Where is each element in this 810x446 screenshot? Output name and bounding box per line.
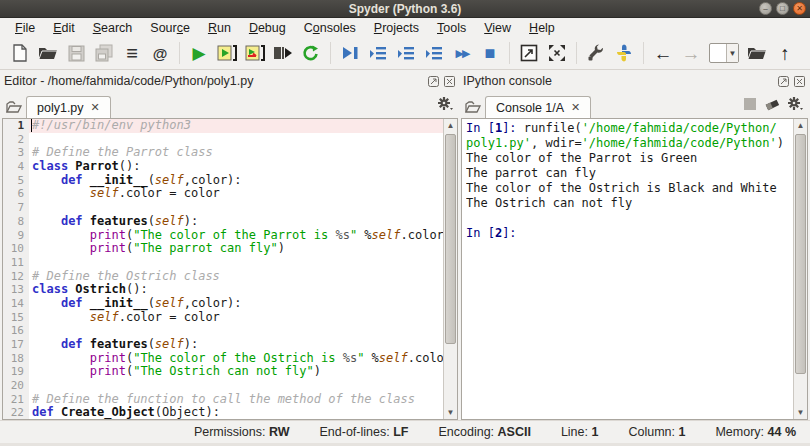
toolbar-separator	[573, 42, 580, 64]
run-selection-icon[interactable]	[270, 40, 296, 66]
menu-edit[interactable]: Edit	[44, 21, 84, 35]
menu-debug[interactable]: Debug	[240, 21, 295, 35]
console-tab-1a[interactable]: Console 1/A ✕	[485, 96, 591, 118]
menu-help[interactable]: Help	[520, 21, 564, 35]
code-line-9[interactable]: 9 print("The color of the Parrot is %s" …	[3, 229, 443, 243]
scroll-up-icon[interactable]: ▲	[794, 119, 807, 132]
code-line-12[interactable]: 12# Define the Ostrich class	[3, 270, 443, 284]
console-scrollbar[interactable]: ▲ ▼	[793, 119, 807, 419]
working-directory-combobox[interactable]: ▼	[706, 40, 742, 66]
run-file-icon[interactable]: ▶	[186, 40, 212, 66]
code-line-3[interactable]: 3# Define the Parrot class	[3, 146, 443, 160]
editor-tab-bar: poly1.py ✕	[2, 92, 458, 118]
fullscreen-icon[interactable]	[544, 40, 570, 66]
menu-file[interactable]: File	[6, 21, 44, 35]
rerun-last-icon[interactable]	[298, 40, 324, 66]
menu-source[interactable]: Source	[141, 21, 199, 35]
code-line-14[interactable]: 14 def __init__(self,color):	[3, 297, 443, 311]
console-content[interactable]: In [1]: runfile('/home/fahmida/code/Pyth…	[461, 118, 808, 420]
menu-view[interactable]: View	[475, 21, 520, 35]
menu-tools[interactable]: Tools	[428, 21, 475, 35]
clear-console-icon[interactable]	[764, 97, 780, 114]
menu-run[interactable]: Run	[199, 21, 240, 35]
code-line-1[interactable]: 1#!/usr/bin/env python3	[3, 119, 443, 133]
symbol-finder-icon[interactable]: @	[147, 40, 173, 66]
code-line-5[interactable]: 5 def __init__(self,color):	[3, 174, 443, 188]
close-pane-icon[interactable]	[793, 75, 806, 88]
code-line-4[interactable]: 4class Parrot():	[3, 160, 443, 174]
console-options-gear-icon[interactable]	[787, 96, 804, 114]
line-number: 2	[3, 133, 29, 147]
python-path-manager-icon[interactable]	[611, 40, 637, 66]
editor-options-gear-icon[interactable]	[437, 96, 454, 114]
code-line-15[interactable]: 15 self.color = color	[3, 311, 443, 325]
continue-execution-icon[interactable]: ▶▶	[449, 40, 475, 66]
undock-icon[interactable]	[427, 75, 440, 88]
maximize-button[interactable]: □	[776, 2, 789, 15]
run-current-line-icon[interactable]	[365, 40, 391, 66]
preferences-icon[interactable]	[583, 40, 609, 66]
undock-icon[interactable]	[777, 75, 790, 88]
run-cell-icon[interactable]	[214, 40, 240, 66]
line-number: 9	[3, 229, 29, 243]
code-line-13[interactable]: 13class Ostrich():	[3, 283, 443, 297]
code-line-7[interactable]: 7	[3, 201, 443, 215]
status-line: Line: 1	[561, 425, 599, 439]
scroll-thumb[interactable]	[445, 134, 456, 344]
line-number: 14	[3, 297, 29, 311]
new-file-icon[interactable]	[7, 40, 33, 66]
open-directory-icon[interactable]	[744, 40, 770, 66]
line-number: 5	[3, 174, 29, 188]
editor-tab-poly1[interactable]: poly1.py ✕	[26, 96, 111, 118]
scroll-down-icon[interactable]: ▼	[794, 406, 807, 419]
code-area[interactable]: 1#!/usr/bin/env python323# Define the Pa…	[3, 119, 443, 419]
step-into-icon[interactable]	[393, 40, 419, 66]
editor-content[interactable]: 1#!/usr/bin/env python323# Define the Pa…	[2, 118, 458, 420]
console-pane-title: IPython console	[463, 74, 774, 88]
parent-directory-icon[interactable]: ↑	[772, 40, 798, 66]
line-number: 3	[3, 146, 29, 160]
code-line-22[interactable]: 22def Create_Object(Object):	[3, 406, 443, 419]
console-pane-header: IPython console	[461, 70, 808, 92]
scroll-down-icon[interactable]: ▼	[444, 406, 457, 419]
step-return-icon[interactable]	[421, 40, 447, 66]
save-icon	[63, 40, 89, 66]
minimize-button[interactable]: –	[759, 2, 772, 15]
code-line-20[interactable]: 20	[3, 379, 443, 393]
code-line-11[interactable]: 11	[3, 256, 443, 270]
scroll-thumb[interactable]	[795, 134, 806, 374]
code-line-16[interactable]: 16	[3, 324, 443, 338]
console-tab-label: Console 1/A	[496, 101, 564, 115]
browse-tabs-icon[interactable]	[4, 98, 24, 116]
menu-consoles[interactable]: Consoles	[295, 21, 365, 35]
code-line-21[interactable]: 21# Define the function to call the meth…	[3, 393, 443, 407]
browse-tabs-icon[interactable]	[463, 98, 483, 116]
code-line-18[interactable]: 18 print("The color of the Ostrich is %s…	[3, 352, 443, 366]
console-line: In [2]:	[466, 226, 793, 241]
editor-scrollbar[interactable]: ▲ ▼	[443, 119, 457, 419]
debug-file-icon[interactable]	[337, 40, 363, 66]
menu-projects[interactable]: Projects	[365, 21, 428, 35]
rerun-cell-icon[interactable]	[242, 40, 268, 66]
status-permissions: Permissions: RW	[194, 425, 290, 439]
code-line-19[interactable]: 19 print("The Ostrich can not fly")	[3, 365, 443, 379]
code-line-10[interactable]: 10 print("The parrot can fly")	[3, 242, 443, 256]
back-icon[interactable]: ←	[650, 40, 676, 66]
tab-close-icon[interactable]: ✕	[91, 102, 100, 113]
code-line-6[interactable]: 6 self.color = color	[3, 187, 443, 201]
console-tab-bar: Console 1/A ✕	[461, 92, 808, 118]
stop-debug-icon[interactable]: ■	[477, 40, 503, 66]
file-switcher-icon[interactable]: ≡	[119, 40, 145, 66]
console-pane: IPython console Console 1/A ✕	[461, 70, 808, 420]
close-pane-icon[interactable]	[443, 75, 456, 88]
maximize-pane-icon[interactable]	[516, 40, 542, 66]
tab-close-icon[interactable]: ✕	[571, 102, 580, 113]
code-line-17[interactable]: 17 def features(self):	[3, 338, 443, 352]
open-file-icon[interactable]	[35, 40, 61, 66]
code-line-2[interactable]: 2	[3, 133, 443, 147]
scroll-up-icon[interactable]: ▲	[444, 119, 457, 132]
menu-search[interactable]: Search	[84, 21, 142, 35]
code-line-8[interactable]: 8 def features(self):	[3, 215, 443, 229]
close-button[interactable]: ✕	[793, 2, 806, 15]
console-text[interactable]: In [1]: runfile('/home/fahmida/code/Pyth…	[466, 121, 793, 419]
